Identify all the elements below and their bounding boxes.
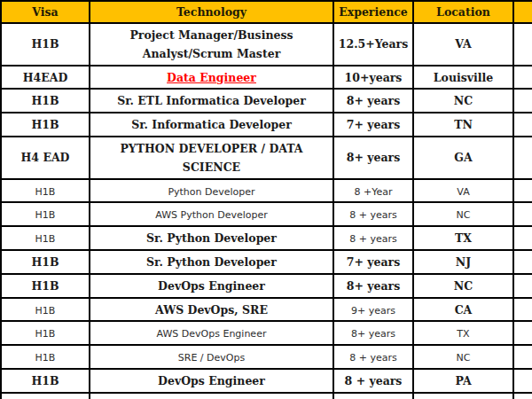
cell-experience: 8+ years bbox=[333, 321, 413, 345]
cell-text: Sr. ETL Informatica Developer bbox=[117, 94, 306, 107]
cell-experience: 8 + years bbox=[333, 345, 413, 369]
cell-location: NC bbox=[413, 345, 513, 369]
cell-text: Python Developer bbox=[168, 186, 254, 198]
cell-text: NC bbox=[457, 352, 471, 364]
cell-technology: Sr. Python Developer bbox=[90, 250, 333, 274]
column-header-location: Location bbox=[413, 1, 513, 23]
cell-visa: H1B bbox=[1, 345, 90, 369]
table-row: H1BPython Developer8 +YearVA bbox=[1, 179, 532, 203]
cell-experience: 8 + years bbox=[333, 369, 413, 393]
header-row: VisaTechnologyExperienceLocation bbox=[1, 1, 532, 23]
cell-text: NC bbox=[457, 209, 471, 221]
table-row: H1BSr. ETL Informatica Developer8+ years… bbox=[1, 89, 532, 113]
table-row: H1BDevOps Engineer8+ yearsNC bbox=[1, 274, 532, 298]
cell-extra bbox=[513, 274, 532, 298]
cell-text: Louisville bbox=[434, 71, 493, 84]
table-header: VisaTechnologyExperienceLocation bbox=[1, 1, 532, 23]
cell-visa: H1B bbox=[1, 226, 90, 250]
cell-extra bbox=[513, 89, 532, 113]
cell-location: NJ bbox=[413, 250, 513, 274]
cell-text: 7+ years bbox=[347, 255, 400, 269]
cell-extra bbox=[513, 345, 532, 369]
cell-location: TX bbox=[413, 321, 513, 345]
cell-text: SRE / DevOps bbox=[178, 352, 245, 364]
cell-extra bbox=[513, 369, 532, 393]
cell-technology: DevOps Engineer bbox=[90, 369, 333, 393]
table-row: H1BDevOps Engineer8 + yearsPA bbox=[1, 369, 532, 393]
cell-text: 8 + years bbox=[349, 352, 396, 364]
cell-text: H1B bbox=[35, 186, 56, 198]
table-row: H1BData Analyst10+ yearsNC bbox=[1, 393, 532, 399]
cell-experience: 8 + years bbox=[333, 202, 413, 226]
cell-experience: 7+ years bbox=[333, 250, 413, 274]
cell-experience: 12.5+Years bbox=[333, 23, 413, 66]
cell-extra bbox=[513, 137, 532, 179]
cell-technology: Sr. Informatica Developer bbox=[90, 113, 333, 137]
cell-extra bbox=[513, 298, 532, 322]
table-row: H1BAWS Python Developer8 + yearsNC bbox=[1, 202, 532, 226]
jobs-hotlist-table: VisaTechnologyExperienceLocation H1BProj… bbox=[0, 0, 532, 399]
column-header-visa: Visa bbox=[1, 1, 90, 23]
table-row: H1BAWS DevOps, SRE9+ yearsCA bbox=[1, 298, 532, 322]
cell-technology: Data Engineer bbox=[90, 66, 333, 90]
cell-visa: H1B bbox=[1, 393, 90, 399]
cell-experience: 10+years bbox=[333, 66, 413, 90]
table-row: H1BSr. Python Developer8 + yearsTX bbox=[1, 226, 532, 250]
cell-text: H1B bbox=[35, 209, 56, 221]
cell-text: 12.5+Years bbox=[339, 37, 408, 51]
cell-text: H1B bbox=[31, 37, 59, 51]
cell-extra bbox=[513, 226, 532, 250]
cell-location: NC bbox=[413, 274, 513, 298]
cell-experience: 8 + years bbox=[333, 226, 413, 250]
cell-text: H1B bbox=[31, 279, 59, 293]
cell-text: 8 + years bbox=[345, 374, 403, 387]
cell-text: H1B bbox=[31, 118, 59, 131]
cell-text: AWS DevOps, SRE bbox=[155, 303, 268, 317]
cell-extra bbox=[513, 179, 532, 203]
cell-text: 8 + years bbox=[349, 233, 396, 245]
table-row: H4EADData Engineer10+yearsLouisville bbox=[1, 66, 532, 90]
cell-technology: AWS Python Developer bbox=[90, 202, 333, 226]
cell-visa: H1B bbox=[1, 179, 90, 203]
cell-technology: DevOps Engineer bbox=[90, 274, 333, 298]
cell-location: TX bbox=[413, 226, 513, 250]
cell-experience: 7+ years bbox=[333, 113, 413, 137]
cell-experience: 8+ years bbox=[333, 137, 413, 179]
cell-text: H1B bbox=[31, 255, 59, 269]
cell-experience: 10+ years bbox=[333, 393, 413, 399]
table-row: H1BSRE / DevOps8 + yearsNC bbox=[1, 345, 532, 369]
cell-technology: PYTHON DEVELOPER / DATA SCIENCE bbox=[90, 137, 333, 179]
cell-text: AWS DevOps Engineer bbox=[157, 328, 267, 340]
cell-text: DevOps Engineer bbox=[158, 279, 265, 293]
cell-text: NC bbox=[454, 94, 473, 107]
table-row: H1BSr. Python Developer7+ yearsNJ bbox=[1, 250, 532, 274]
cell-text: PYTHON DEVELOPER / DATA SCIENCE bbox=[120, 142, 302, 174]
cell-text: H4 EAD bbox=[21, 151, 70, 164]
cell-visa: H1B bbox=[1, 321, 90, 345]
cell-text: H1B bbox=[35, 305, 56, 317]
table-body: H1BProject Manager/Business Analyst/Scru… bbox=[1, 23, 532, 399]
cell-location: GA bbox=[413, 137, 513, 179]
cell-text: H1B bbox=[31, 374, 59, 387]
cell-extra bbox=[513, 23, 532, 66]
cell-extra bbox=[513, 113, 532, 137]
cell-text: TN bbox=[454, 118, 473, 131]
cell-technology: Data Analyst bbox=[90, 393, 333, 399]
cell-text: NC bbox=[454, 279, 473, 293]
cell-technology: Python Developer bbox=[90, 179, 333, 203]
cell-visa: H4EAD bbox=[1, 66, 90, 90]
data-engineer-link[interactable]: Data Engineer bbox=[167, 71, 256, 84]
cell-location: CA bbox=[413, 298, 513, 322]
cell-text: 7+ years bbox=[347, 118, 400, 131]
cell-text: NJ bbox=[456, 255, 471, 269]
cell-visa: H1B bbox=[1, 202, 90, 226]
cell-location: Louisville bbox=[413, 66, 513, 90]
page-viewport: VisaTechnologyExperienceLocation H1BProj… bbox=[0, 0, 532, 399]
cell-experience: 8+ years bbox=[333, 89, 413, 113]
cell-extra bbox=[513, 250, 532, 274]
cell-text: H1B bbox=[35, 328, 56, 340]
cell-text: 8 + years bbox=[349, 209, 396, 221]
cell-visa: H1B bbox=[1, 113, 90, 137]
cell-visa: H1B bbox=[1, 369, 90, 393]
cell-visa: H1B bbox=[1, 23, 90, 66]
